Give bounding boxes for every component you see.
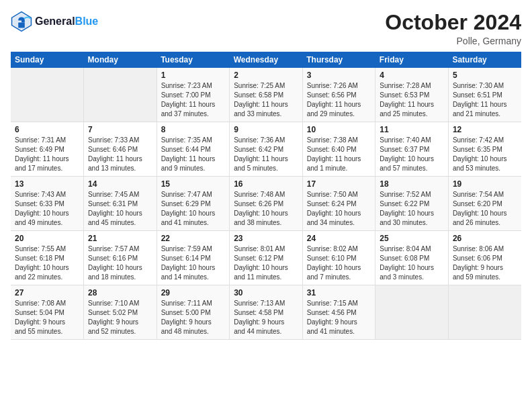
- table-cell: 4Sunrise: 7:28 AM Sunset: 6:53 PM Daylig…: [375, 68, 449, 122]
- table-cell: [84, 68, 157, 122]
- day-number: 25: [380, 234, 444, 243]
- table-cell: 5Sunrise: 7:30 AM Sunset: 6:51 PM Daylig…: [448, 68, 521, 122]
- col-monday: Monday: [84, 52, 157, 68]
- cell-content: Sunrise: 7:08 AM Sunset: 5:04 PM Dayligh…: [15, 299, 79, 336]
- table-cell: 21Sunrise: 7:57 AM Sunset: 6:16 PM Dayli…: [84, 231, 157, 285]
- header-row: Sunday Monday Tuesday Wednesday Thursday…: [11, 52, 521, 68]
- day-number: 13: [15, 179, 79, 189]
- cell-content: Sunrise: 7:13 AM Sunset: 4:58 PM Dayligh…: [234, 299, 298, 336]
- day-number: 14: [88, 179, 152, 189]
- cell-content: Sunrise: 7:43 AM Sunset: 6:33 PM Dayligh…: [15, 190, 79, 228]
- day-number: 30: [234, 288, 298, 298]
- cell-content: Sunrise: 7:52 AM Sunset: 6:22 PM Dayligh…: [380, 190, 444, 228]
- cell-content: Sunrise: 7:23 AM Sunset: 7:00 PM Dayligh…: [161, 81, 226, 119]
- cell-content: Sunrise: 7:31 AM Sunset: 6:49 PM Dayligh…: [15, 136, 79, 173]
- cell-content: Sunrise: 7:15 AM Sunset: 4:56 PM Dayligh…: [307, 299, 371, 336]
- cell-content: Sunrise: 7:55 AM Sunset: 6:18 PM Dayligh…: [15, 244, 79, 282]
- cell-content: Sunrise: 7:38 AM Sunset: 6:40 PM Dayligh…: [307, 136, 371, 173]
- cell-content: Sunrise: 7:40 AM Sunset: 6:37 PM Dayligh…: [380, 136, 444, 173]
- day-number: 11: [380, 125, 444, 134]
- cell-content: Sunrise: 8:04 AM Sunset: 6:08 PM Dayligh…: [380, 244, 444, 282]
- cell-content: Sunrise: 7:35 AM Sunset: 6:44 PM Dayligh…: [161, 136, 226, 173]
- cell-content: Sunrise: 8:02 AM Sunset: 6:10 PM Dayligh…: [307, 244, 371, 282]
- table-cell: 3Sunrise: 7:26 AM Sunset: 6:56 PM Daylig…: [302, 68, 375, 122]
- title-section: October 2024 Polle, Germany: [385, 11, 521, 46]
- cell-content: Sunrise: 7:54 AM Sunset: 6:20 PM Dayligh…: [453, 190, 517, 228]
- cell-content: Sunrise: 7:11 AM Sunset: 5:00 PM Dayligh…: [161, 299, 226, 336]
- logo-icon: [11, 11, 32, 32]
- cell-content: Sunrise: 8:06 AM Sunset: 6:06 PM Dayligh…: [453, 244, 517, 282]
- table-cell: [11, 68, 84, 122]
- day-number: 2: [234, 71, 298, 80]
- cell-content: Sunrise: 7:57 AM Sunset: 6:16 PM Dayligh…: [88, 244, 152, 282]
- table-cell: 18Sunrise: 7:52 AM Sunset: 6:22 PM Dayli…: [375, 177, 449, 231]
- location: Polle, Germany: [385, 36, 521, 46]
- day-number: 29: [161, 288, 226, 298]
- day-number: 3: [307, 71, 371, 80]
- table-cell: 15Sunrise: 7:47 AM Sunset: 6:29 PM Dayli…: [157, 177, 230, 231]
- table-row: 13Sunrise: 7:43 AM Sunset: 6:33 PM Dayli…: [11, 177, 521, 231]
- day-number: 24: [307, 234, 371, 243]
- table-cell: 30Sunrise: 7:13 AM Sunset: 4:58 PM Dayli…: [230, 285, 303, 340]
- cell-content: Sunrise: 7:50 AM Sunset: 6:24 PM Dayligh…: [307, 190, 371, 228]
- day-number: 20: [15, 234, 79, 243]
- cell-content: Sunrise: 7:33 AM Sunset: 6:46 PM Dayligh…: [88, 136, 152, 173]
- table-cell: 12Sunrise: 7:42 AM Sunset: 6:35 PM Dayli…: [448, 122, 521, 177]
- col-wednesday: Wednesday: [230, 52, 303, 68]
- table-cell: 11Sunrise: 7:40 AM Sunset: 6:37 PM Dayli…: [375, 122, 449, 177]
- header: GeneralBlue October 2024 Polle, Germany: [11, 11, 521, 46]
- table-cell: 6Sunrise: 7:31 AM Sunset: 6:49 PM Daylig…: [11, 122, 84, 177]
- table-cell: 23Sunrise: 8:01 AM Sunset: 6:12 PM Dayli…: [230, 231, 303, 285]
- table-cell: 16Sunrise: 7:48 AM Sunset: 6:26 PM Dayli…: [230, 177, 303, 231]
- calendar-table: Sunday Monday Tuesday Wednesday Thursday…: [11, 52, 521, 340]
- day-number: 27: [15, 288, 79, 298]
- table-cell: 1Sunrise: 7:23 AM Sunset: 7:00 PM Daylig…: [157, 68, 230, 122]
- table-cell: 29Sunrise: 7:11 AM Sunset: 5:00 PM Dayli…: [157, 285, 230, 340]
- table-cell: 2Sunrise: 7:25 AM Sunset: 6:58 PM Daylig…: [230, 68, 303, 122]
- day-number: 18: [380, 179, 444, 189]
- table-cell: 7Sunrise: 7:33 AM Sunset: 6:46 PM Daylig…: [84, 122, 157, 177]
- day-number: 9: [234, 125, 298, 134]
- cell-content: Sunrise: 8:01 AM Sunset: 6:12 PM Dayligh…: [234, 244, 298, 282]
- day-number: 23: [234, 234, 298, 243]
- table-cell: 27Sunrise: 7:08 AM Sunset: 5:04 PM Dayli…: [11, 285, 84, 340]
- cell-content: Sunrise: 7:30 AM Sunset: 6:51 PM Dayligh…: [453, 81, 517, 119]
- table-cell: 26Sunrise: 8:06 AM Sunset: 6:06 PM Dayli…: [448, 231, 521, 285]
- day-number: 10: [307, 125, 371, 134]
- table-row: 20Sunrise: 7:55 AM Sunset: 6:18 PM Dayli…: [11, 231, 521, 285]
- day-number: 5: [453, 71, 517, 80]
- table-cell: [448, 285, 521, 340]
- table-cell: 19Sunrise: 7:54 AM Sunset: 6:20 PM Dayli…: [448, 177, 521, 231]
- cell-content: Sunrise: 7:45 AM Sunset: 6:31 PM Dayligh…: [88, 190, 152, 228]
- table-cell: 8Sunrise: 7:35 AM Sunset: 6:44 PM Daylig…: [157, 122, 230, 177]
- cell-content: Sunrise: 7:47 AM Sunset: 6:29 PM Dayligh…: [161, 190, 226, 228]
- cell-content: Sunrise: 7:48 AM Sunset: 6:26 PM Dayligh…: [234, 190, 298, 228]
- cell-content: Sunrise: 7:10 AM Sunset: 5:02 PM Dayligh…: [88, 299, 152, 336]
- logo: GeneralBlue: [11, 11, 98, 32]
- day-number: 28: [88, 288, 152, 298]
- day-number: 1: [161, 71, 226, 80]
- month-title: October 2024: [385, 11, 521, 34]
- calendar-page: GeneralBlue October 2024 Polle, Germany …: [0, 0, 532, 411]
- day-number: 17: [307, 179, 371, 189]
- day-number: 26: [453, 234, 517, 243]
- cell-content: Sunrise: 7:26 AM Sunset: 6:56 PM Dayligh…: [307, 81, 371, 119]
- cell-content: Sunrise: 7:25 AM Sunset: 6:58 PM Dayligh…: [234, 81, 298, 119]
- table-cell: 9Sunrise: 7:36 AM Sunset: 6:42 PM Daylig…: [230, 122, 303, 177]
- table-row: 1Sunrise: 7:23 AM Sunset: 7:00 PM Daylig…: [11, 68, 521, 122]
- day-number: 4: [380, 71, 444, 80]
- table-row: 6Sunrise: 7:31 AM Sunset: 6:49 PM Daylig…: [11, 122, 521, 177]
- table-cell: 14Sunrise: 7:45 AM Sunset: 6:31 PM Dayli…: [84, 177, 157, 231]
- logo-text: GeneralBlue: [35, 15, 98, 28]
- day-number: 6: [15, 125, 79, 134]
- table-row: 27Sunrise: 7:08 AM Sunset: 5:04 PM Dayli…: [11, 285, 521, 340]
- table-cell: 28Sunrise: 7:10 AM Sunset: 5:02 PM Dayli…: [84, 285, 157, 340]
- table-cell: [375, 285, 449, 340]
- day-number: 21: [88, 234, 152, 243]
- table-cell: 24Sunrise: 8:02 AM Sunset: 6:10 PM Dayli…: [302, 231, 375, 285]
- cell-content: Sunrise: 7:28 AM Sunset: 6:53 PM Dayligh…: [380, 81, 444, 119]
- cell-content: Sunrise: 7:36 AM Sunset: 6:42 PM Dayligh…: [234, 136, 298, 173]
- cell-content: Sunrise: 7:59 AM Sunset: 6:14 PM Dayligh…: [161, 244, 226, 282]
- table-cell: 20Sunrise: 7:55 AM Sunset: 6:18 PM Dayli…: [11, 231, 84, 285]
- col-sunday: Sunday: [11, 52, 84, 68]
